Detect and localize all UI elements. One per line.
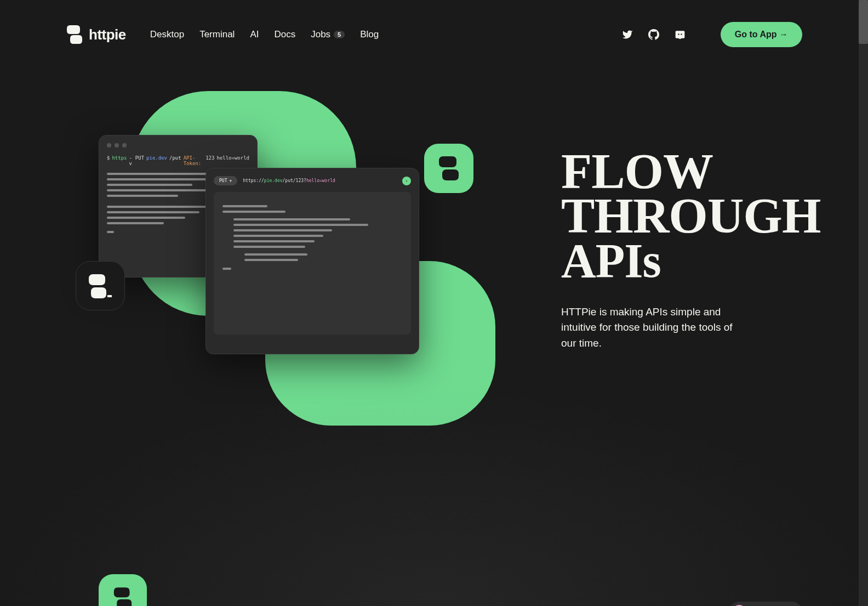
desktop-section: PUT + https://pie.dev/put/123?hello=worl… — [0, 580, 868, 606]
main-nav: Desktop Terminal AI Docs Jobs 5 Blog — [150, 29, 609, 40]
desktop-app-window: PUT + https://pie.dev/put/123?hello=worl… — [205, 168, 419, 354]
hero-content: FLOW THROUGH APIs HTTPie is making APIs … — [561, 138, 802, 351]
send-button-icon: › — [402, 177, 411, 185]
nav-terminal[interactable]: Terminal — [199, 29, 235, 40]
terminal-command: $ https -v PUT pie.dev /put API-Token: 1… — [107, 155, 249, 166]
desktop-app-icon-small — [99, 574, 147, 606]
hero-subtitle: HTTPie is making APIs simple and intuiti… — [561, 304, 736, 352]
hero-title: FLOW THROUGH APIs — [561, 149, 802, 282]
hero-illustration: $ https -v PUT pie.dev /put API-Token: 1… — [66, 91, 517, 398]
twitter-icon[interactable] — [622, 29, 633, 40]
header: httpie Desktop Terminal AI Docs Jobs 5 B… — [0, 0, 868, 47]
nav-blog[interactable]: Blog — [360, 29, 379, 40]
nav-docs[interactable]: Docs — [274, 29, 295, 40]
url-bar: PUT + https://pie.dev/put/123?hello=worl… — [214, 176, 411, 185]
method-badge: PUT + — [214, 176, 237, 185]
nav-desktop[interactable]: Desktop — [150, 29, 184, 40]
section-2-content: β Public beta — [729, 580, 802, 606]
github-icon[interactable] — [648, 29, 659, 40]
go-to-app-button[interactable]: Go to App → — [721, 22, 802, 47]
public-beta-badge: β Public beta — [729, 602, 802, 606]
scrollbar-thumb[interactable] — [859, 0, 868, 44]
traffic-lights-icon — [107, 143, 249, 148]
logo-icon — [66, 24, 83, 45]
response-panel — [214, 192, 411, 335]
social-links — [622, 29, 686, 40]
desktop-app-icon — [424, 144, 473, 193]
discord-icon[interactable] — [675, 29, 686, 40]
hero-section: $ https -v PUT pie.dev /put API-Token: 1… — [0, 47, 868, 398]
svg-rect-0 — [107, 295, 112, 297]
logo-text: httpie — [89, 26, 126, 43]
logo[interactable]: httpie — [66, 24, 126, 45]
jobs-count-badge: 5 — [334, 31, 345, 38]
nav-jobs[interactable]: Jobs 5 — [311, 29, 345, 40]
terminal-app-icon — [76, 261, 125, 310]
nav-jobs-label: Jobs — [311, 29, 330, 40]
cta-label: Go to App → — [735, 30, 788, 39]
nav-ai[interactable]: AI — [250, 29, 259, 40]
url-text: https://pie.dev/put/123?hello=world — [243, 178, 335, 183]
radial-gradient-bg — [0, 387, 868, 606]
